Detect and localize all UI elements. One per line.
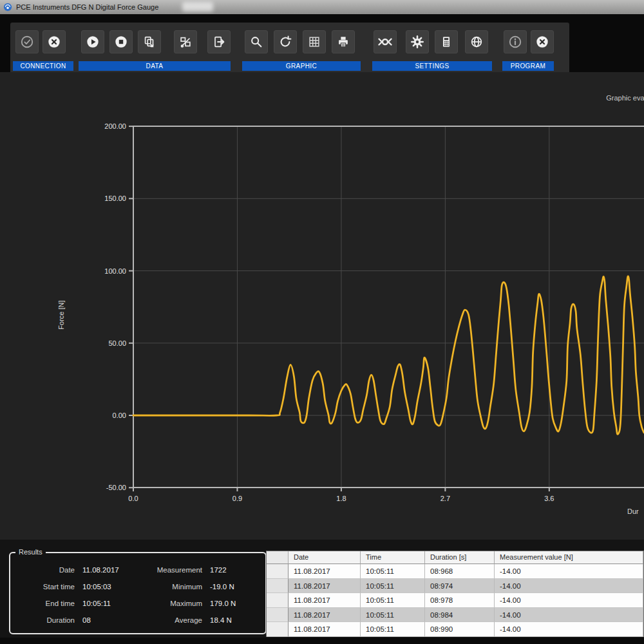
table-row[interactable]: 11.08.201710:05:1108:974-14.00	[267, 579, 643, 594]
result-endtime-value: 10:05:11	[82, 595, 140, 612]
exit-icon	[535, 35, 549, 49]
table-cell: 08:968	[425, 564, 495, 579]
table-cell: 11.08.2017	[289, 593, 361, 608]
stop-measurement-button[interactable]	[109, 30, 133, 53]
result-average-value: 18.4 N	[210, 612, 265, 629]
toolbar-group-settings: SETTINGS	[372, 28, 492, 71]
column-header-value[interactable]: Measurement value [N]	[495, 551, 643, 564]
result-starttime-label: Start time	[13, 578, 75, 595]
info-button[interactable]	[504, 30, 527, 53]
column-header-duration[interactable]: Duration [s]	[425, 551, 495, 564]
copy-data-icon	[142, 35, 156, 49]
x-tick-label: 0.0	[128, 495, 138, 502]
y-tick-label: 50.00	[108, 339, 126, 347]
grid-icon	[307, 35, 321, 49]
data-table-body: 11.08.201710:05:1108:968-14.0011.08.2017…	[267, 564, 643, 637]
table-cell: 10:05:11	[361, 564, 425, 579]
row-selector-header	[267, 551, 289, 564]
results-grid: Date 11.08.2017 Measurement 1722 Start t…	[10, 553, 265, 629]
load-device-data-button[interactable]	[174, 30, 197, 53]
table-row[interactable]: 11.08.201710:05:1108:984-14.00	[267, 608, 643, 623]
titlebar[interactable]: PCE Instruments DFG N Digital Force Gaug…	[0, 0, 644, 14]
settings-button[interactable]	[406, 30, 429, 53]
bottom-section: Results Date 11.08.2017 Measurement 1722…	[0, 540, 644, 644]
table-cell: -14.00	[495, 593, 643, 608]
bottom-edge	[0, 638, 644, 644]
results-panel: Results Date 11.08.2017 Measurement 1722…	[9, 552, 267, 634]
result-endtime-label: End time	[13, 595, 75, 612]
y-tick-label: 0.00	[113, 412, 126, 419]
result-minimum-label: Minimum	[148, 578, 202, 595]
table-row[interactable]: 11.08.201710:05:1108:978-14.00	[267, 593, 643, 608]
zoom-icon	[249, 35, 263, 49]
toolbar-label-settings: SETTINGS	[372, 61, 492, 71]
application-window: PCE Instruments DFG N Digital Force Gaug…	[0, 0, 644, 644]
print-graph-button[interactable]	[332, 30, 355, 53]
gear-icon	[410, 35, 424, 49]
result-date-value: 11.08.2017	[82, 562, 140, 578]
copy-data-button[interactable]	[138, 30, 161, 53]
grid-toggle-button[interactable]	[303, 30, 326, 53]
zoom-graph-button[interactable]	[245, 30, 268, 53]
table-cell: 10:05:11	[361, 622, 425, 637]
table-cell: -14.00	[495, 608, 643, 623]
result-maximum-value: 179.0 N	[210, 595, 265, 612]
table-row[interactable]: 11.08.201710:05:1108:990-14.00	[267, 622, 643, 637]
start-measurement-button[interactable]	[81, 30, 104, 53]
chart-canvas[interactable]: 200.00150.00100.0050.000.00-50.000.00.91…	[0, 72, 644, 540]
table-cell: 11.08.2017	[289, 564, 361, 579]
table-cell: 11.08.2017	[289, 579, 361, 594]
disconnect-icon	[47, 35, 61, 49]
data-table: Date Time Duration [s] Measurement value…	[266, 551, 644, 637]
y-axis-label: Force [N]	[57, 300, 65, 329]
result-duration-value: 08	[82, 612, 140, 629]
result-measurement-label: Measurement	[148, 562, 202, 578]
table-cell: -14.00	[495, 579, 643, 594]
row-selector[interactable]	[267, 579, 289, 594]
result-measurement-value: 1722	[210, 562, 265, 578]
result-minimum-value: -19.0 N	[210, 578, 265, 595]
y-tick-label: -50.00	[106, 484, 126, 491]
connect-button[interactable]	[15, 30, 39, 53]
row-selector[interactable]	[267, 564, 289, 579]
toolbar-group-graphic: GRAPHIC	[242, 28, 361, 71]
column-header-date[interactable]: Date	[289, 551, 361, 564]
export-data-button[interactable]	[207, 30, 231, 53]
info-icon	[508, 35, 522, 49]
x-tick-label: 2.7	[440, 495, 450, 502]
table-cell: 08:974	[425, 579, 495, 594]
refresh-graph-button[interactable]	[274, 30, 297, 53]
language-button[interactable]	[465, 30, 488, 53]
table-row[interactable]: 11.08.201710:05:1108:968-14.00	[267, 564, 643, 579]
exit-program-button[interactable]	[531, 30, 554, 53]
x-tick-label: 0.9	[232, 495, 242, 502]
start-icon	[86, 35, 100, 49]
toolbar: CONNECTION	[10, 23, 569, 72]
results-legend: Results	[15, 548, 46, 556]
tare-button[interactable]	[374, 30, 397, 53]
language-icon	[469, 35, 484, 49]
row-selector[interactable]	[267, 593, 289, 608]
table-cell: 10:05:11	[361, 593, 425, 608]
app-icon	[3, 3, 12, 12]
connect-check-icon	[20, 35, 34, 49]
result-date-label: Date	[13, 562, 75, 578]
tare-icon	[377, 34, 393, 50]
y-tick-label: 150.00	[104, 194, 126, 202]
calculator-button[interactable]	[435, 30, 458, 53]
table-cell: 11.08.2017	[289, 608, 361, 623]
row-selector[interactable]	[267, 608, 289, 623]
y-tick-label: 100.00	[104, 267, 126, 275]
y-tick-label: 200.00	[104, 122, 126, 130]
column-header-time[interactable]: Time	[361, 551, 425, 564]
load-device-icon	[178, 35, 193, 49]
row-selector[interactable]	[267, 622, 289, 637]
top-divider	[0, 14, 644, 23]
disconnect-button[interactable]	[43, 30, 66, 53]
window-title: PCE Instruments DFG N Digital Force Gaug…	[16, 3, 158, 11]
result-starttime-value: 10:05:03	[82, 578, 140, 595]
table-cell: -14.00	[495, 564, 643, 579]
toolbar-label-program: PROGRAM	[502, 61, 554, 71]
export-icon	[212, 35, 226, 49]
result-duration-label: Duration	[13, 612, 75, 629]
